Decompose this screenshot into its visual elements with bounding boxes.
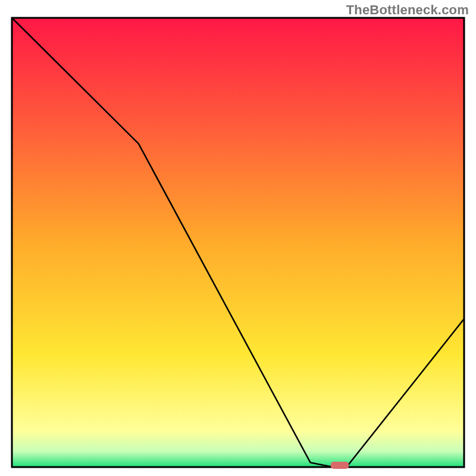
- watermark-text: TheBottleneck.com: [346, 2, 469, 18]
- optimum-marker: [331, 462, 349, 469]
- chart-container: TheBottleneck.com: [0, 0, 476, 476]
- bottleneck-chart: [0, 0, 476, 476]
